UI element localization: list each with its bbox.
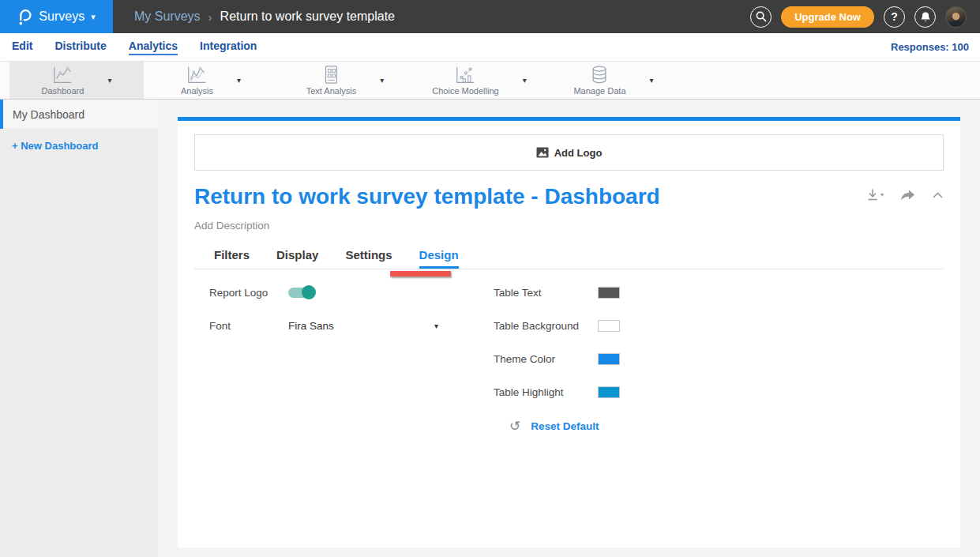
- report-logo-toggle[interactable]: [288, 288, 314, 298]
- caret-down-icon[interactable]: ▾: [650, 76, 654, 85]
- table-highlight-color-swatch[interactable]: [598, 386, 620, 398]
- bell-icon: [920, 11, 931, 23]
- toolbar-item-choice-modelling[interactable]: Choice Modelling ▾: [412, 62, 546, 99]
- dashboard-card: Add Logo Return to work survey template …: [178, 117, 960, 548]
- add-logo-label: Add Logo: [554, 147, 603, 159]
- toolbar-item-label: Analysis: [181, 86, 213, 96]
- table-background-color-swatch[interactable]: [598, 320, 620, 332]
- toolbar-item-manage-data[interactable]: Manage Data ▾: [546, 62, 681, 99]
- analysis-chart-icon: [185, 65, 208, 85]
- share-button[interactable]: [900, 189, 915, 201]
- breadcrumb: My Surveys › Return to work survey templ…: [134, 9, 750, 24]
- person-icon: [947, 11, 965, 27]
- page-body: My Dashboard + New Dashboard Add Logo: [0, 100, 980, 557]
- header-actions: Upgrade Now ?: [750, 6, 980, 28]
- refresh-icon: ↺: [509, 420, 520, 433]
- theme-color-swatch[interactable]: [598, 353, 620, 365]
- dashboard-sidebar: My Dashboard + New Dashboard: [0, 100, 158, 557]
- help-button[interactable]: ?: [884, 6, 905, 28]
- tab-edit[interactable]: Edit: [12, 40, 32, 55]
- question-mark-icon: ?: [891, 10, 898, 23]
- tab-distribute[interactable]: Distribute: [54, 40, 106, 55]
- chevron-right-icon: ›: [208, 10, 212, 24]
- toolbar-item-label: Dashboard: [42, 86, 84, 96]
- toolbar-item-label: Choice Modelling: [432, 86, 498, 96]
- search-icon: [755, 10, 768, 23]
- caret-down-icon[interactable]: ▾: [523, 76, 527, 85]
- font-label: Font: [209, 320, 288, 332]
- upgrade-now-button[interactable]: Upgrade Now: [781, 6, 874, 28]
- reset-default-label: Reset Default: [531, 420, 599, 432]
- tab-integration[interactable]: Integration: [200, 40, 257, 55]
- sidebar-item-my-dashboard[interactable]: My Dashboard: [0, 100, 158, 129]
- add-logo-button[interactable]: Add Logo: [194, 134, 944, 171]
- app-root: Surveys ▾ My Surveys › Return to work su…: [0, 0, 980, 557]
- toolbar-item-label: Manage Data: [573, 86, 625, 96]
- caret-down-icon: ▾: [434, 322, 438, 330]
- report-logo-label: Report Logo: [209, 287, 288, 299]
- font-select[interactable]: Fira Sans ▾: [288, 320, 438, 332]
- choice-modelling-icon: [453, 65, 477, 85]
- download-button[interactable]: ▾: [866, 188, 884, 201]
- analytics-toolbar: Dashboard ▾ Analysis ▾: [0, 61, 980, 100]
- table-text-row: Table Text: [494, 287, 944, 299]
- caret-down-icon[interactable]: ▾: [107, 76, 111, 85]
- new-dashboard-link[interactable]: + New Dashboard: [0, 129, 158, 152]
- table-background-label: Table Background: [494, 320, 598, 332]
- survey-tabs: Edit Distribute Analytics Integration: [12, 40, 891, 55]
- breadcrumb-parent[interactable]: My Surveys: [134, 9, 201, 24]
- notifications-button[interactable]: [914, 6, 936, 28]
- card-accent-bar: [178, 117, 960, 121]
- user-avatar[interactable]: [945, 6, 967, 28]
- product-name: Surveys: [39, 9, 84, 24]
- toolbar-item-text-analysis[interactable]: Text Analysis ▾: [278, 62, 412, 99]
- caret-down-icon: ▾: [91, 13, 96, 21]
- toolbar-item-label: Text Analysis: [306, 86, 357, 96]
- dashboard-actions: ▾: [866, 185, 944, 201]
- design-settings-left-column: Report Logo Font Fira Sans ▾: [194, 287, 494, 433]
- table-background-row: Table Background: [494, 320, 944, 332]
- reset-default-button[interactable]: ↺ Reset Default: [509, 420, 944, 433]
- toolbar-item-dashboard[interactable]: Dashboard ▾: [9, 62, 144, 99]
- caret-down-icon[interactable]: ▾: [380, 76, 384, 85]
- title-row: Return to work survey template - Dashboa…: [194, 185, 944, 209]
- table-highlight-row: Table Highlight: [494, 386, 944, 398]
- tab-design[interactable]: Design: [419, 248, 459, 269]
- design-settings-right-column: Table Text Table Background Theme Color: [494, 287, 944, 433]
- line-chart-icon: [51, 65, 74, 85]
- theme-color-row: Theme Color: [494, 353, 944, 365]
- product-switcher[interactable]: Surveys ▾: [0, 0, 113, 33]
- caret-down-icon[interactable]: ▾: [237, 76, 241, 85]
- image-icon: [536, 147, 549, 158]
- table-text-label: Table Text: [494, 287, 598, 299]
- table-highlight-label: Table Highlight: [494, 386, 598, 398]
- responses-count[interactable]: Responses: 100: [891, 41, 969, 53]
- font-selected-value: Fira Sans: [288, 320, 334, 332]
- tab-display[interactable]: Display: [276, 248, 318, 269]
- main-area: Add Logo Return to work survey template …: [158, 100, 980, 557]
- survey-section-nav: Edit Distribute Analytics Integration Re…: [0, 33, 980, 61]
- caret-down-icon: ▾: [880, 191, 884, 198]
- dashboard-settings-tabs: Filters Display Settings Design: [194, 248, 944, 269]
- table-text-color-swatch[interactable]: [598, 287, 620, 299]
- tab-filters[interactable]: Filters: [214, 248, 250, 269]
- tab-settings[interactable]: Settings: [345, 248, 392, 269]
- text-analysis-icon: [319, 65, 343, 85]
- breadcrumb-current: Return to work survey template: [220, 9, 395, 24]
- chevron-up-icon: [932, 191, 944, 199]
- click-highlight-annotation: [390, 271, 451, 277]
- toggle-knob: [302, 285, 316, 299]
- database-icon: [588, 65, 611, 85]
- search-button[interactable]: [750, 6, 772, 28]
- font-row: Font Fira Sans ▾: [209, 320, 494, 332]
- tab-analytics[interactable]: Analytics: [129, 40, 178, 55]
- toolbar-item-analysis[interactable]: Analysis ▾: [144, 62, 278, 99]
- collapse-button[interactable]: [932, 191, 944, 199]
- add-description-field[interactable]: Add Description: [194, 220, 944, 231]
- download-icon: [866, 188, 879, 201]
- design-settings-panel: Report Logo Font Fira Sans ▾: [194, 269, 944, 433]
- share-icon: [900, 189, 915, 201]
- report-logo-row: Report Logo: [209, 287, 494, 299]
- dashboard-title[interactable]: Return to work survey template - Dashboa…: [194, 185, 866, 209]
- questionpro-logo-icon: [17, 7, 32, 26]
